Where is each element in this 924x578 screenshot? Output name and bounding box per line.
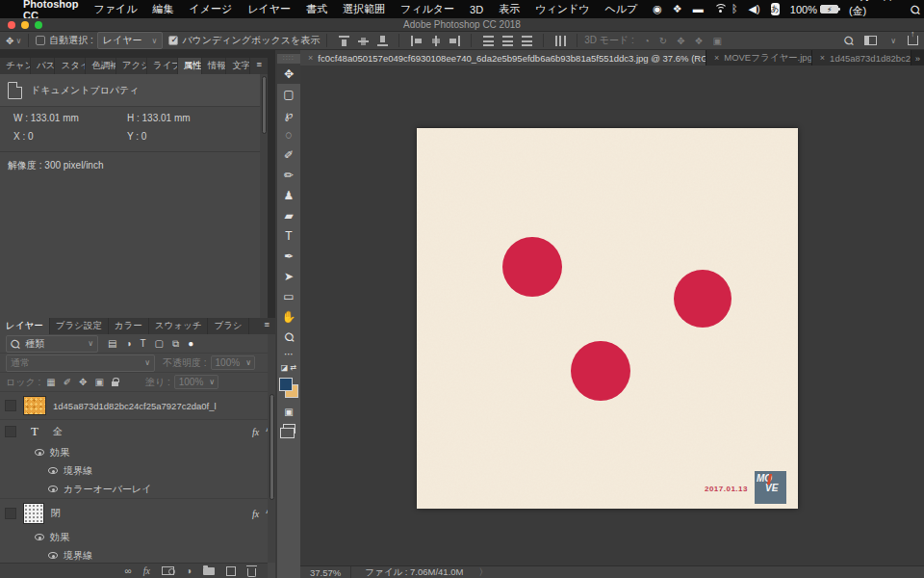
align-bottom-edges-icon[interactable] — [377, 36, 388, 46]
tab-libraries[interactable]: ライブ — [147, 58, 178, 74]
tab-adjustments[interactable]: 色調補 — [86, 58, 116, 74]
zoom-level-field[interactable]: 37.57% — [300, 567, 350, 578]
filter-pixel-layers-icon[interactable]: ▤ — [108, 338, 116, 349]
show-bounding-box-checkbox[interactable] — [168, 36, 178, 45]
layer-row-text[interactable]: T 全 fx ^ — [0, 420, 275, 443]
menu-filter[interactable]: フィルター — [400, 2, 454, 16]
close-tab-icon[interactable]: × — [308, 53, 313, 63]
eye-icon[interactable] — [48, 552, 58, 559]
type-tool[interactable]: T — [277, 225, 300, 246]
tab-actions[interactable]: アクシ — [116, 58, 147, 74]
3d-roll-icon[interactable]: ↻ — [659, 36, 667, 46]
tab-brush-settings[interactable]: ブラシ設定 — [50, 318, 109, 334]
3d-camera-icon[interactable]: ▣ — [713, 36, 722, 46]
blend-mode-dropdown[interactable]: 通常 ∨ — [6, 355, 155, 372]
effects-row[interactable]: 境界線 — [0, 461, 275, 480]
layer-filter-dropdown[interactable]: Ϙ 種類 ∨ — [6, 335, 98, 353]
tab-properties[interactable]: 属性 — [178, 58, 202, 74]
menu-layer[interactable]: レイヤー — [247, 2, 291, 16]
document-canvas[interactable]: 2017.01.13 MO VE — [417, 128, 798, 509]
effects-row[interactable]: カラーオーバーレイ — [0, 480, 275, 499]
tab-brushes[interactable]: ブラシ — [208, 318, 248, 334]
foreground-color-swatch[interactable] — [279, 378, 293, 391]
filter-type-layers-icon[interactable]: T — [141, 338, 146, 349]
layer-row-image[interactable]: 1d45a873d1d82bc24cf25a7927c2da0f_l — [0, 392, 275, 420]
menu-3d[interactable]: 3D — [470, 4, 483, 15]
distribute-bottom-icon[interactable] — [522, 36, 532, 46]
visibility-toggle[interactable] — [5, 508, 16, 519]
lock-transparency-icon[interactable]: ▦ — [46, 377, 55, 387]
eye-icon[interactable] — [35, 534, 44, 540]
tab-color[interactable]: カラー — [109, 318, 149, 334]
quick-select-tool[interactable]: ◌ — [277, 124, 300, 144]
distribute-vertical-centers-icon[interactable] — [502, 36, 513, 46]
bluetooth-icon[interactable]: ᛒ — [732, 4, 738, 14]
opacity-field[interactable]: 100% ∨ — [211, 355, 255, 370]
menu-window[interactable]: ウィンドウ — [535, 2, 589, 16]
input-method-icon[interactable]: あ — [771, 3, 780, 15]
layer-name[interactable]: 閉 — [51, 507, 61, 520]
document-tab-active[interactable]: × fc0cf48a050157e049cf6930108ee740_6da2e… — [300, 50, 706, 66]
add-layer-style-icon[interactable]: fx — [143, 565, 150, 576]
auto-select-target-dropdown[interactable]: レイヤー ∨ — [97, 32, 164, 49]
lasso-tool[interactable]: ℘ — [277, 104, 300, 124]
lock-artboard-icon[interactable]: ▣ — [95, 377, 104, 387]
menu-select[interactable]: 選択範囲 — [343, 2, 385, 16]
tab-overflow-icon[interactable]: » — [911, 50, 924, 66]
3d-pan-icon[interactable]: ✥ — [677, 36, 684, 46]
fill-field[interactable]: 100% ∨ — [174, 375, 218, 389]
align-top-edges-icon[interactable] — [339, 36, 349, 46]
new-group-icon[interactable] — [203, 567, 215, 575]
filter-adjustment-layers-icon[interactable]: ◑ — [125, 338, 131, 349]
filter-smart-objects-icon[interactable]: ⧉ — [172, 338, 179, 350]
menu-help[interactable]: ヘルプ — [604, 2, 637, 16]
menu-view[interactable]: 表示 — [499, 2, 520, 16]
distribute-horizontal-icon[interactable] — [555, 36, 566, 46]
eye-icon[interactable] — [48, 486, 58, 492]
menu-type[interactable]: 書式 — [306, 2, 327, 16]
search-icon[interactable]: Ϙ — [840, 33, 857, 49]
more-tools-icon[interactable]: ⋯ — [277, 347, 300, 360]
device-icon[interactable]: ▬ — [693, 4, 704, 14]
3d-slide-icon[interactable]: ❖ — [695, 36, 704, 46]
link-layers-icon[interactable]: ∞ — [125, 565, 132, 576]
lock-position-icon[interactable]: ✥ — [79, 377, 87, 387]
delete-layer-icon[interactable] — [247, 568, 256, 577]
move-tool-preset-icon[interactable]: ✥ — [6, 36, 13, 46]
tab-character[interactable]: 文字 — [226, 58, 250, 74]
layer-name[interactable]: 1d45a873d1d82bc24cf25a7927c2da0f_l — [53, 401, 217, 411]
share-icon[interactable] — [908, 36, 918, 45]
tab-info[interactable]: 情報 — [202, 58, 226, 74]
lock-all-icon[interactable] — [112, 381, 118, 386]
3d-orbit-icon[interactable]: ◔ — [644, 36, 650, 46]
toolbar-grip[interactable]: ∷∷ — [283, 54, 295, 64]
layers-scrollbar[interactable] — [268, 334, 275, 563]
status-options-icon[interactable]: 〉 — [479, 566, 489, 578]
add-layer-mask-icon[interactable] — [162, 566, 174, 575]
pencil-tool[interactable]: ✏ — [277, 165, 300, 185]
align-horizontal-centers-icon[interactable] — [430, 36, 441, 46]
layer-fx-icon[interactable]: fx — [252, 509, 259, 519]
tab-styles[interactable]: スタイ — [55, 58, 86, 74]
document-tab-3[interactable]: × 1d45a873d1d82bc2 — [812, 50, 911, 66]
new-layer-icon[interactable] — [226, 566, 236, 576]
close-tab-icon[interactable]: × — [820, 53, 825, 63]
dropbox-icon[interactable]: ❖ — [673, 4, 682, 14]
tab-channels[interactable]: チャン — [0, 58, 31, 74]
filter-toggle-icon[interactable]: ● — [188, 338, 193, 349]
layer-fx-icon[interactable]: fx — [252, 427, 259, 437]
rectangle-tool[interactable]: ▭ — [277, 286, 300, 306]
distribute-vertical-icon[interactable] — [483, 36, 494, 46]
eye-icon[interactable] — [35, 449, 44, 456]
menu-image[interactable]: イメージ — [189, 2, 232, 16]
tab-paths[interactable]: パス — [31, 58, 56, 74]
align-right-edges-icon[interactable] — [449, 36, 460, 46]
effects-row[interactable]: 効果 — [0, 528, 275, 546]
eye-icon[interactable] — [48, 467, 58, 474]
eraser-tool[interactable]: ▰ — [277, 205, 300, 225]
tab-swatches[interactable]: スウォッチ — [149, 318, 209, 334]
filter-shape-layers-icon[interactable]: ▢ — [155, 338, 164, 349]
pen-tool[interactable]: ✒ — [277, 246, 300, 266]
volume-icon[interactable]: ◀) — [748, 4, 759, 14]
screen-mode-icon[interactable] — [283, 424, 295, 434]
